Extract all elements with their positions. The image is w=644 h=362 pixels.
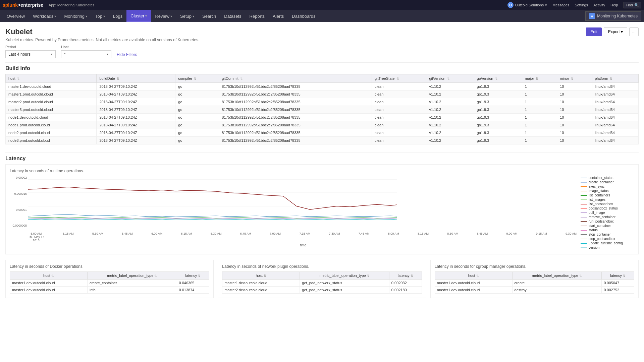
col-minor[interactable]: minor ⇅ bbox=[557, 74, 592, 83]
legend-color bbox=[581, 239, 587, 239]
org-name[interactable]: Outcold Solutions bbox=[515, 3, 544, 7]
cell-compiler: gc bbox=[175, 129, 219, 137]
cell-platform: linux/amd64 bbox=[592, 137, 639, 144]
cell-builddate: 2018-04-27T09:10:24Z bbox=[97, 83, 175, 90]
cell-gittreestate: clean bbox=[372, 121, 426, 129]
activity-link[interactable]: Activity bbox=[593, 3, 605, 7]
nav-alerts[interactable]: Alerts bbox=[269, 10, 288, 22]
legend-label: list_images bbox=[589, 198, 605, 201]
docker-col-op[interactable]: metric_label_operation_type ⇅ bbox=[87, 272, 177, 280]
chart-yaxis: 0.00002 0.000015 0.00001 0.0000005 bbox=[10, 176, 28, 240]
find-input[interactable]: Find 🔍 bbox=[624, 2, 641, 8]
nav-monitoring[interactable]: Monitoring ▾ bbox=[60, 10, 91, 22]
cell-goversion: go1.9.3 bbox=[474, 106, 522, 114]
nav-workloads[interactable]: Workloads ▾ bbox=[29, 10, 60, 22]
cell-compiler: gc bbox=[175, 137, 219, 144]
cgroup-col-host[interactable]: host ⇅ bbox=[435, 272, 512, 280]
cell-platform: linux/amd64 bbox=[592, 106, 639, 114]
chart-xlabel: _time bbox=[28, 243, 577, 247]
cell-gittreestate: clean bbox=[372, 98, 426, 106]
host-select[interactable]: * ▾ bbox=[61, 50, 111, 58]
cell-gitcommit: 81753b10df112992bf51bbc2c2f85208aad78335 bbox=[219, 121, 372, 129]
period-select[interactable]: Last 4 hours ▾ bbox=[5, 50, 56, 58]
app-name[interactable]: App: Monitoring Kubernetes bbox=[49, 3, 94, 7]
col-compiler[interactable]: compiler ⇅ bbox=[175, 74, 219, 83]
docker-col-host[interactable]: host ⇅ bbox=[10, 272, 88, 280]
col-goversion[interactable]: goVersion ⇅ bbox=[474, 74, 522, 83]
cell-gittreestate: clean bbox=[372, 83, 426, 90]
legend-item: list_containers bbox=[581, 193, 634, 197]
cgroup-col-op[interactable]: metric_label_operation_type ⇅ bbox=[512, 272, 602, 280]
docker-host-1: master1.dev.outcold.cloud bbox=[10, 280, 88, 287]
cell-host: node2.prod.outcold.cloud bbox=[6, 129, 97, 137]
nav-top[interactable]: Top ▾ bbox=[91, 10, 109, 22]
x-label-19: 9:30 AM bbox=[566, 232, 577, 242]
cgroup-latency-2: 0.002752 bbox=[602, 287, 634, 294]
cell-host: node1.prod.outcold.cloud bbox=[6, 121, 97, 129]
network-title: Latency in seconds of network plugin ope… bbox=[222, 264, 422, 269]
cell-major: 1 bbox=[522, 98, 557, 106]
nav-search[interactable]: Search bbox=[198, 10, 220, 22]
nav-overview[interactable]: Overview bbox=[3, 10, 29, 22]
nav-setup[interactable]: Setup ▾ bbox=[176, 10, 198, 22]
k8s-icon: ⎈ bbox=[589, 13, 595, 19]
table-row: master1.dev.outcold.cloud create 0.00504… bbox=[435, 280, 634, 287]
legend-item: create_container bbox=[581, 180, 634, 184]
more-button[interactable]: ... bbox=[629, 27, 639, 36]
col-major[interactable]: major ⇅ bbox=[522, 74, 557, 83]
network-host-2: master2.dev.outcold.cloud bbox=[222, 287, 300, 294]
cell-host: master3.prod.outcold.cloud bbox=[6, 106, 97, 114]
period-dropdown-icon: ▾ bbox=[51, 53, 53, 56]
network-col-host[interactable]: host ⇅ bbox=[222, 272, 300, 280]
edit-button[interactable]: Edit bbox=[586, 27, 602, 36]
network-col-latency[interactable]: latency ⇅ bbox=[389, 272, 422, 280]
help-link[interactable]: Help bbox=[610, 3, 618, 7]
legend-label: start_container bbox=[589, 224, 611, 228]
settings-link[interactable]: Settings bbox=[575, 3, 588, 7]
network-latency-1: 0.002032 bbox=[389, 280, 422, 287]
nav-reports[interactable]: Reports bbox=[246, 10, 269, 22]
nav-datasets[interactable]: Datasets bbox=[220, 10, 245, 22]
col-host[interactable]: host ⇅ bbox=[6, 74, 97, 83]
messages-link[interactable]: Messages bbox=[552, 3, 569, 7]
legend-item: remove_container bbox=[581, 215, 634, 219]
x-label-13: 8:00 AM bbox=[388, 232, 399, 242]
cell-compiler: gc bbox=[175, 83, 219, 90]
legend-item: stop_podsandbox bbox=[581, 237, 634, 241]
col-gitversion[interactable]: gitVersion ⇅ bbox=[426, 74, 474, 83]
legend-color bbox=[581, 234, 587, 235]
cell-minor: 10 bbox=[557, 129, 592, 137]
network-col-op[interactable]: metric_label_operation_type ⇅ bbox=[300, 272, 389, 280]
x-label-16: 8:45 AM bbox=[477, 232, 488, 242]
legend-color bbox=[581, 178, 587, 178]
cell-goversion: go1.9.3 bbox=[474, 98, 522, 106]
col-platform[interactable]: platform ⇅ bbox=[592, 74, 639, 83]
nav-review[interactable]: Review ▾ bbox=[151, 10, 176, 22]
x-label-7: 6:30 AM bbox=[211, 232, 222, 242]
user-org[interactable]: O Outcold Solutions ▾ bbox=[507, 2, 547, 8]
col-gitcommit[interactable]: gitCommit ⇅ bbox=[219, 74, 372, 83]
x-label-3: 5:30 AM bbox=[92, 232, 103, 242]
nav-logs[interactable]: Logs bbox=[109, 10, 126, 22]
legend-item: start_container bbox=[581, 224, 634, 228]
nav-cluster[interactable]: Cluster ▾ bbox=[126, 10, 151, 22]
table-row: master1.prod.outcold.cloud 2018-04-27T09… bbox=[6, 90, 639, 98]
legend-item: list_images bbox=[581, 198, 634, 201]
hide-filters-link[interactable]: Hide Filters bbox=[117, 52, 137, 57]
x-label-2: 5:15 AM bbox=[63, 232, 74, 242]
yaxis-label-2: 0.000015 bbox=[10, 192, 27, 195]
cell-goversion: go1.9.3 bbox=[474, 114, 522, 121]
topbar-right: O Outcold Solutions ▾ Messages Settings … bbox=[507, 2, 641, 8]
cgroup-col-latency[interactable]: latency ⇅ bbox=[602, 272, 634, 280]
col-gittreestate[interactable]: gitTreeState ⇅ bbox=[372, 74, 426, 83]
cgroup-title: Latency in seconds for cgroup manager op… bbox=[435, 264, 634, 269]
cell-gitversion: v1.10.2 bbox=[426, 83, 474, 90]
col-builddate[interactable]: buildDate ⇅ bbox=[97, 74, 175, 83]
nav-dashboards[interactable]: Dashboards bbox=[288, 10, 319, 22]
table-row: master1.dev.outcold.cloud info 0.013874 bbox=[10, 287, 209, 294]
cgroup-op-1: create bbox=[512, 280, 602, 287]
legend-item: container_status bbox=[581, 176, 634, 180]
docker-col-latency[interactable]: latency ⇅ bbox=[177, 272, 209, 280]
legend-color bbox=[581, 199, 587, 200]
export-button[interactable]: Export ▾ bbox=[604, 27, 627, 36]
